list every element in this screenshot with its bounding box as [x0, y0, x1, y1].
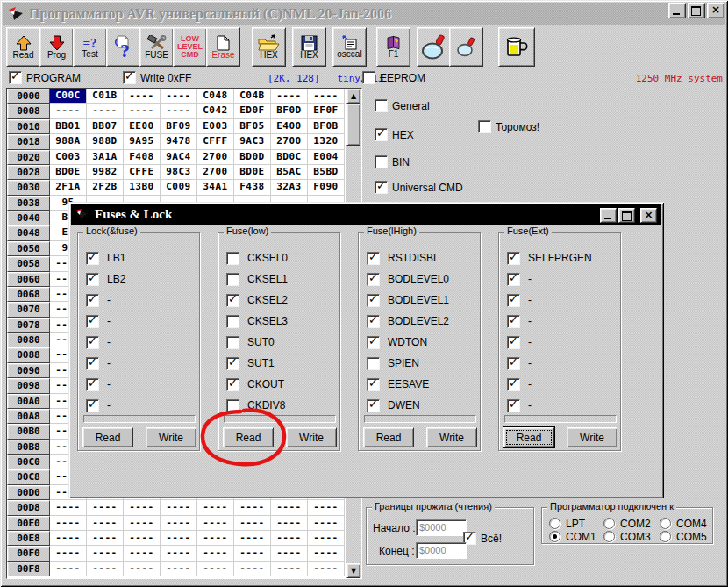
hex-cell[interactable]: 2F2B	[87, 180, 124, 195]
checkbox[interactable]	[367, 294, 380, 307]
toolbar-button-save-hex[interactable]: HEX	[292, 27, 326, 67]
address-button[interactable]: 00D8	[7, 500, 50, 515]
hex-cell[interactable]: C042	[197, 104, 234, 118]
hex-cell[interactable]: 2F1A	[50, 180, 87, 195]
hex-cell[interactable]: EE00	[124, 119, 161, 134]
hex-cell[interactable]: ----	[87, 104, 124, 118]
hex-cell[interactable]: ----	[271, 531, 308, 546]
hex-cell[interactable]: BF05	[234, 119, 271, 134]
hex-cell[interactable]: C01B	[87, 89, 124, 104]
tormoz-checkbox-row[interactable]: Торомоз!	[478, 120, 539, 133]
hex-cell[interactable]: BD0C	[271, 150, 308, 165]
checkbox[interactable]	[507, 294, 520, 307]
scroll-down-button[interactable]: ▼	[346, 563, 360, 578]
hex-cell[interactable]: C048	[197, 89, 234, 104]
hex-cell[interactable]: ----	[87, 546, 124, 561]
fuse-checkbox-row[interactable]: BODLEVEL1	[359, 290, 480, 311]
fuse-checkbox-row[interactable]: LB1	[78, 247, 199, 268]
write-button[interactable]: Write	[426, 427, 477, 447]
fuse-checkbox-row[interactable]: DWEN	[359, 395, 480, 416]
hex-cell[interactable]: 9982	[87, 165, 124, 180]
address-button[interactable]: 00B8	[7, 440, 50, 455]
write-button[interactable]: Write	[286, 427, 337, 447]
hex-cell[interactable]: ----	[161, 500, 197, 515]
address-button[interactable]: 00E0	[7, 516, 50, 531]
hex-cell[interactable]: BF0D	[271, 104, 308, 118]
hex-cell[interactable]: 9A95	[124, 134, 161, 149]
checkbox[interactable]	[375, 99, 388, 112]
toolbar-button-osccal[interactable]: osccal	[332, 27, 367, 67]
program-checkbox-row[interactable]: PROGRAM	[9, 71, 81, 84]
fuse-checkbox-row[interactable]: SPIEN	[359, 353, 480, 374]
checkbox[interactable]	[226, 336, 239, 349]
hex-cell[interactable]: 2700	[197, 165, 234, 180]
fuse-checkbox-row[interactable]: SUT1	[218, 353, 339, 374]
hex-cell[interactable]: 9AC3	[234, 134, 271, 149]
toolbar-button-erase[interactable]: Erase	[206, 27, 240, 67]
radio-button[interactable]	[549, 531, 560, 542]
checkbox[interactable]	[507, 378, 520, 391]
hex-cell[interactable]: ----	[271, 89, 308, 104]
hex-cell[interactable]: ----	[234, 562, 271, 576]
fuse-checkbox-row[interactable]: -	[499, 374, 620, 395]
fuse-checkbox-row[interactable]: -	[78, 311, 199, 332]
address-button[interactable]: 0060	[7, 272, 50, 287]
read-button[interactable]: Read	[363, 427, 414, 447]
fuse-checkbox-row[interactable]: CKSEL0	[218, 247, 339, 268]
write-button[interactable]: Write	[146, 427, 196, 447]
fuse-checkbox-row[interactable]: -	[78, 353, 199, 374]
hex-cell[interactable]: ----	[308, 500, 345, 515]
hex-cell[interactable]: 988D	[87, 134, 124, 149]
hex-cell[interactable]: F090	[308, 180, 345, 195]
toolbar-button-verify[interactable]: ?	[106, 27, 140, 67]
radio-button[interactable]	[549, 518, 560, 529]
hex-cell[interactable]: ----	[234, 500, 271, 515]
address-button[interactable]: 00B0	[7, 424, 50, 439]
fuse-checkbox-row[interactable]: -	[499, 353, 620, 374]
address-button[interactable]: 0048	[7, 225, 50, 240]
toolbar-button-fuse[interactable]: FUSE	[139, 27, 174, 67]
eeprom-checkbox-row[interactable]: EEPROM	[362, 71, 425, 84]
hex-cell[interactable]: ----	[308, 546, 345, 561]
address-button[interactable]: 00F0	[7, 546, 50, 561]
hex-cell[interactable]: C04B	[234, 89, 271, 104]
hex-cell[interactable]: ----	[124, 562, 161, 576]
checkbox[interactable]	[86, 399, 99, 412]
fuse-checkbox-row[interactable]: -	[499, 311, 620, 332]
hex-cell[interactable]: 98C3	[161, 165, 197, 180]
hex-cell[interactable]: E400	[271, 119, 308, 134]
hex-cell[interactable]: 32A3	[271, 180, 308, 195]
checkbox[interactable]	[362, 71, 375, 84]
hex-cell[interactable]: ----	[197, 531, 234, 546]
checkbox[interactable]	[226, 378, 239, 391]
hex-cell[interactable]: 988A	[50, 134, 87, 149]
hex-cell[interactable]: BD0E	[50, 165, 87, 180]
hex-cell[interactable]: ----	[308, 89, 345, 104]
address-button[interactable]: 0008	[7, 104, 50, 118]
address-button[interactable]: 0018	[7, 134, 50, 149]
fuse-checkbox-row[interactable]: -	[499, 332, 620, 353]
toolbar-button-test[interactable]: =? Test	[73, 27, 107, 67]
bin-checkbox-row[interactable]: BIN	[375, 155, 410, 168]
hex-cell[interactable]: ----	[271, 562, 308, 576]
hex-cell[interactable]: 1320	[308, 134, 345, 149]
address-button[interactable]: 0020	[7, 150, 50, 165]
checkbox[interactable]	[367, 399, 380, 412]
hex-cell[interactable]: ----	[50, 516, 87, 531]
address-button[interactable]: 00A8	[7, 409, 50, 424]
fuse-checkbox-row[interactable]: CKSEL1	[218, 268, 339, 290]
hex-cell[interactable]: ----	[308, 562, 345, 576]
fuse-checkbox-row[interactable]: BODLEVEL0	[359, 268, 480, 290]
start-address-input[interactable]: $0000	[416, 519, 467, 536]
fuse-checkbox-row[interactable]: -	[499, 395, 620, 416]
write-ff-checkbox-row[interactable]: Write 0xFF	[123, 71, 191, 84]
checkbox[interactable]	[507, 336, 520, 349]
fuse-checkbox-row[interactable]: RSTDISBL	[359, 247, 480, 268]
address-button[interactable]: 00E8	[7, 531, 50, 546]
address-button[interactable]: 0068	[7, 287, 50, 302]
checkbox[interactable]	[86, 315, 99, 328]
address-button[interactable]: 0010	[7, 119, 50, 134]
hex-cell[interactable]: B5AC	[271, 165, 308, 180]
hex-cell[interactable]: 34A1	[197, 180, 234, 195]
checkbox[interactable]	[367, 252, 380, 265]
